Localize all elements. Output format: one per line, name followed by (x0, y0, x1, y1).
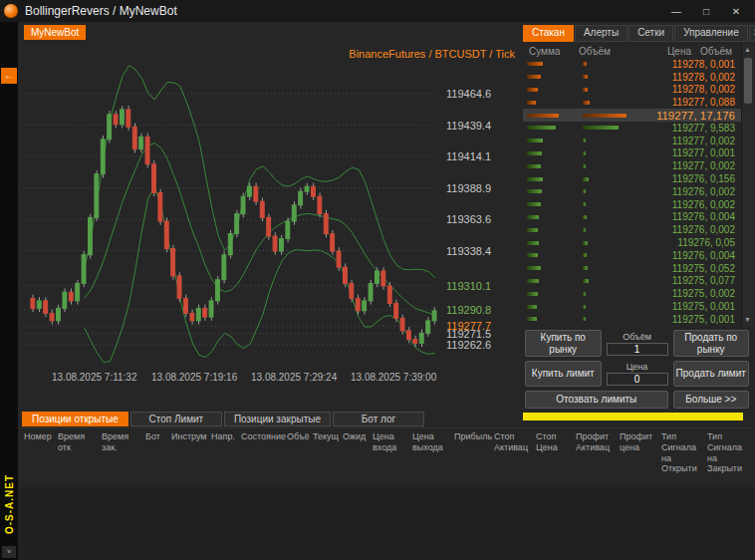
more-button[interactable]: Больше >> (673, 391, 750, 409)
candle (280, 239, 284, 251)
orderbook-row[interactable]: 119276, 0,156 (523, 172, 741, 185)
candle (139, 137, 143, 148)
orderbook-price-volume: 119278, 0,001 (634, 59, 741, 70)
orderbook-row[interactable]: 119275, 0,001 (523, 300, 741, 313)
orderbook-row[interactable]: 119278, 0,002 (523, 71, 741, 84)
orderbook-row[interactable]: 119275, 0,077 (523, 275, 741, 288)
candle (82, 255, 86, 284)
candle (95, 174, 99, 218)
candle (228, 234, 232, 255)
orderbook-row[interactable]: 119275, 0,001 (523, 313, 741, 326)
orderbook-row[interactable]: 119276, 0,002 (523, 223, 741, 236)
close-button[interactable]: ✕ (721, 2, 751, 20)
candle (381, 271, 385, 286)
orderbook-row[interactable]: 119277, 0,002 (523, 159, 741, 172)
candle (331, 234, 335, 251)
candle (419, 333, 423, 343)
tab-grids[interactable]: Сетки (629, 25, 673, 42)
orderbook-price-volume: 119277, 0,002 (634, 160, 741, 171)
buy-market-button[interactable]: Купить по рынку (525, 330, 602, 357)
orderbook-row[interactable]: 119278, 0,001 (523, 58, 741, 71)
depth-bar (527, 101, 579, 105)
sell-limit-button[interactable]: Продать лимит (673, 361, 750, 387)
orderbook-row[interactable]: 119278, 0,002 (523, 84, 741, 97)
positions-column-header: Номер (24, 431, 58, 442)
positions-column-header: Стоп Активац (494, 431, 536, 453)
candle (57, 308, 61, 320)
tab-orderbook[interactable]: Стакан (523, 25, 574, 42)
orderbook-row[interactable]: 119276, 0,002 (523, 198, 741, 211)
tabs-overflow-button[interactable]: > (749, 25, 755, 42)
collapse-chevron-icon[interactable]: ˅ (2, 546, 16, 558)
candle (196, 308, 200, 320)
maximize-button[interactable]: □ (691, 2, 721, 20)
candle (363, 301, 367, 311)
depth-bar (583, 151, 634, 155)
brand-label: O-S-A.NET (4, 474, 15, 534)
tab-bot-log[interactable]: Бот лог (333, 412, 424, 426)
back-arrow-button[interactable]: ← (1, 68, 17, 84)
orderbook: Сумма Объём Цена Объём 119278, 0,0011192… (523, 44, 753, 326)
right-panel-tabs: Стакан Алерты Сетки Управление > (523, 25, 753, 42)
candle (241, 196, 245, 213)
tab-stop-limit[interactable]: Стоп Лимит (130, 412, 222, 426)
x-axis-label: 13.08.2025 7:29:24 (251, 372, 338, 383)
orderbook-row[interactable]: 119277, 0,088 (523, 96, 741, 109)
cancel-limits-button[interactable]: Отозвать лимиты (525, 391, 668, 409)
orderbook-row[interactable]: 119276, 0,004 (523, 211, 741, 224)
scroll-down-icon[interactable]: ▼ (742, 314, 753, 326)
scroll-thumb[interactable] (744, 58, 752, 104)
orderbook-price-volume: 119275, 0,001 (634, 301, 741, 312)
volume-input[interactable] (607, 343, 668, 356)
depth-bar (527, 88, 579, 92)
candle (121, 110, 125, 125)
orderbook-row[interactable]: 119275, 0,052 (523, 262, 741, 275)
candle (152, 164, 156, 193)
depth-bar (583, 305, 634, 309)
bollinger-band (85, 143, 435, 316)
depth-bar (527, 215, 579, 219)
scroll-up-icon[interactable]: ▲ (742, 44, 753, 56)
orderbook-scrollbar[interactable]: ▲ ▼ (741, 44, 753, 326)
depth-bar (527, 189, 579, 193)
orderbook-price-volume: 119276, 0,004 (634, 211, 741, 222)
column-sum: Сумма (523, 46, 579, 57)
volume-field-group: Объём (607, 330, 668, 357)
positions-column-header: Время зак. (102, 431, 145, 453)
app-logo-icon (4, 4, 18, 18)
status-bar-cell (521, 411, 755, 427)
depth-bar (583, 253, 634, 257)
sell-market-button[interactable]: Продать по рынку (673, 330, 750, 357)
price-chart[interactable]: 119464.6119439.4119414.1119388.9119363.6… (24, 50, 522, 387)
orderbook-price-volume: 119275, 0,001 (634, 314, 741, 325)
price-input[interactable] (607, 373, 668, 386)
orderbook-row[interactable]: 119277, 0,002 (523, 135, 741, 147)
y-axis-label: 119388.9 (446, 182, 491, 194)
orderbook-price-volume: 119278, 0,002 (634, 72, 741, 83)
tab-alerts[interactable]: Алерты (575, 25, 628, 42)
tab-open-positions[interactable]: Позиции открытые (22, 412, 128, 426)
orderbook-row[interactable]: 119276, 0,05 (523, 236, 741, 249)
price-label: Цена (607, 362, 668, 372)
orderbook-row[interactable]: 119277, 9,583 (523, 122, 741, 135)
orderbook-price-volume: 119276, 0,002 (634, 199, 741, 210)
bot-tab-button[interactable]: MyNewBot (24, 25, 86, 40)
depth-bar (583, 114, 634, 118)
orderbook-row[interactable]: 119276, 0,004 (523, 249, 741, 262)
orderbook-row[interactable]: 119277, 17,176 (523, 109, 741, 122)
buy-limit-button[interactable]: Купить лимит (525, 361, 602, 387)
orderbook-price-volume: 119275, 0,052 (634, 263, 741, 274)
y-axis-label: 119262.6 (446, 339, 491, 351)
orderbook-row[interactable]: 119275, 0,002 (523, 287, 741, 300)
orderbook-row[interactable]: 119276, 0,002 (523, 185, 741, 198)
tab-closed-positions[interactable]: Позиции закрытые (224, 412, 331, 426)
orderbook-row[interactable]: 119277, 0,001 (523, 147, 741, 160)
orderbook-price-volume: 119275, 0,002 (634, 288, 741, 299)
x-axis-label: 13.08.2025 7:39:00 (351, 372, 437, 383)
tab-management[interactable]: Управление (674, 25, 748, 42)
candle (324, 214, 328, 234)
candle (344, 267, 348, 283)
depth-bar (583, 126, 634, 130)
minimize-button[interactable]: — (661, 2, 691, 20)
y-axis-label: 119363.6 (446, 213, 491, 225)
